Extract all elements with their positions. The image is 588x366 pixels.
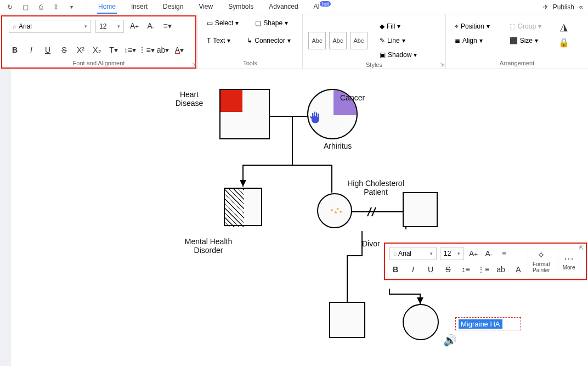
float-dec-font-icon[interactable]: A- [483,247,495,260]
italic-icon[interactable]: I [25,44,37,56]
clear-format-icon[interactable]: T▾ [108,44,120,56]
more-button[interactable]: ⋯ More [558,251,580,272]
bullets-icon[interactable]: ⋮≡▾ [140,44,152,56]
label-cancer: Cancer [340,93,365,102]
node-migraine[interactable] [403,304,439,340]
align-button[interactable]: ≣ Align▾ [451,35,493,46]
line-button[interactable]: ✎ Line ▾ [376,35,420,46]
node-heart-disease[interactable] [219,89,270,139]
tab-insert[interactable]: Insert [130,1,149,14]
label-divor: Divor [362,239,380,248]
pin-icon[interactable]: ⇱ [579,245,584,251]
float-align-icon[interactable]: ≡ [498,247,510,260]
font-size-combo[interactable]: 12▾ [95,20,124,33]
align-icon[interactable]: ≡▾ [161,20,173,32]
node-mental-health[interactable] [224,188,262,226]
float-italic-icon[interactable]: I [407,263,419,275]
strikethrough-icon[interactable]: S [58,44,70,56]
label-high-cholesterol: High Cholesterol Patient [340,179,411,196]
tab-view[interactable]: View [197,1,214,14]
group-label-font: Font and Alignment [5,59,192,67]
float-font-color-icon[interactable]: A [512,263,524,275]
float-underline-icon[interactable]: U [425,263,437,275]
float-strike-icon[interactable]: S [442,263,454,275]
label-arhiritus: Arhiritus [324,142,352,150]
speaker-icon: 🔊 [443,334,457,347]
subscript-icon[interactable]: X₂ [91,44,103,56]
bold-icon[interactable]: B [9,44,21,56]
share-icon[interactable]: ∝ [579,3,584,11]
tab-home[interactable]: Home [97,1,117,14]
float-bold-icon[interactable]: B [389,263,402,275]
print-icon[interactable]: ⎙ [35,2,46,13]
float-font-size[interactable]: 12▾ [440,247,464,260]
connector-button[interactable]: ↳ Connector ▾ [244,35,293,46]
flip-icon[interactable]: ◮ [558,21,570,33]
tab-ai[interactable]: AIhot [313,1,332,14]
superscript-icon[interactable]: X² [75,44,87,56]
tab-advanced[interactable]: Advanced [268,1,299,14]
separator [87,2,87,12]
position-button[interactable]: ⌖ Position▾ [451,21,493,32]
fill-button[interactable]: ◆ Fill ▾ [376,21,420,32]
line-spacing-icon[interactable]: ↕≡▾ [124,44,136,56]
style-preset-3[interactable]: Abc [350,32,368,49]
float-inc-font-icon[interactable]: A+ [467,247,479,260]
tab-symbols[interactable]: Symbols [227,1,255,14]
font-color-icon[interactable]: A▾ [173,44,185,56]
size-button[interactable]: ⬛ Size▾ [506,35,545,46]
export-icon[interactable]: ⇪ [50,2,61,13]
floating-format-toolbar: ⌕Arial▾ 12▾ A+ A- ≡ B I U S ↕≡ ⋮≡ ab A [384,243,587,280]
group-label-styles: Styles [308,60,440,69]
format-painter-button[interactable]: ✧ Format Painter [528,248,555,274]
publish-button[interactable]: Publish [553,3,574,11]
lock-icon[interactable]: 🔒 [558,36,570,48]
hot-badge: hot [320,1,331,7]
launcher-styles-icon[interactable]: ⇲ [440,61,444,67]
label-mental-health: Mental Health Disorder [176,237,241,255]
node-child-square[interactable] [329,302,365,338]
shape-button[interactable]: ▢ Shape ▾ [252,18,291,29]
tab-design[interactable]: Design [162,1,184,14]
style-preset-1[interactable]: Abc [308,32,326,49]
case-icon[interactable]: ab▾ [157,44,169,56]
node-partner-right[interactable] [403,192,438,227]
overflow-icon[interactable]: ▾ [66,2,77,13]
float-font-name[interactable]: ⌕Arial▾ [389,247,437,260]
select-button[interactable]: ▭ Select ▾ [203,18,242,29]
ruler-gutter [0,69,11,366]
increase-font-icon[interactable]: A+ [128,20,140,32]
publish-icon: ✈ [543,3,549,11]
node-high-cholesterol[interactable] [317,193,352,228]
style-preset-2[interactable]: Abc [329,32,347,49]
underline-icon[interactable]: U [42,44,54,56]
decrease-font-icon[interactable]: A- [145,20,157,32]
hand-icon [308,110,324,125]
text-button[interactable]: T Text ▾ [203,35,234,46]
float-spacing-icon[interactable]: ↕≡ [460,263,472,275]
float-case-icon[interactable]: ab [495,263,507,275]
editing-text[interactable]: Migraine HA [459,319,502,329]
save-icon[interactable]: ▢ [20,2,31,13]
group-label-tools: Tools [203,59,297,67]
group-label-arrangement: Arrangement [451,59,583,67]
redo-icon[interactable]: ↻ [4,2,15,13]
font-name-combo[interactable]: ⌕Arial▾ [9,20,91,33]
float-bullets-icon[interactable]: ⋮≡ [477,263,489,275]
launcher-icon[interactable]: ⇲ [192,61,196,67]
shadow-button[interactable]: ▣ Shadow ▾ [376,49,420,60]
label-heart-disease: Heart Disease [165,90,214,108]
group-button[interactable]: ⬚ Group▾ [506,21,545,32]
